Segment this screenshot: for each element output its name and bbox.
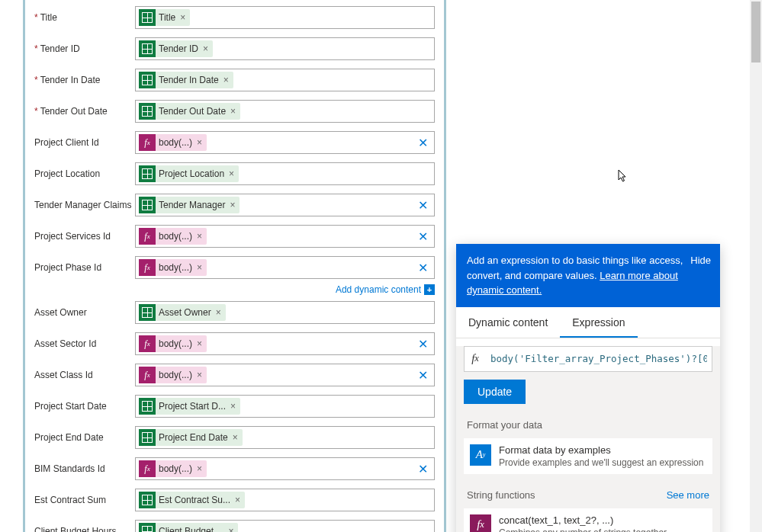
field-input[interactable]: Est Contract Su...× <box>135 489 435 511</box>
field-input[interactable]: fxbody(...)×✕ <box>135 131 435 154</box>
field-row: Est Contract SumEst Contract Su...× <box>34 489 435 511</box>
expression-token[interactable]: fxbody(...)× <box>139 134 207 151</box>
clear-field-icon[interactable]: ✕ <box>418 136 428 150</box>
mouse-cursor <box>618 169 629 186</box>
required-asterisk: * <box>34 106 38 117</box>
token-remove-icon[interactable]: × <box>180 12 185 23</box>
token-remove-icon[interactable]: × <box>228 526 233 532</box>
token-remove-icon[interactable]: × <box>197 338 202 349</box>
token-remove-icon[interactable]: × <box>203 43 208 54</box>
excel-token[interactable]: Project Start D...× <box>139 398 240 415</box>
field-row: Project Phase Idfxbody(...)×✕ <box>34 256 435 279</box>
field-input[interactable]: fxbody(...)×✕ <box>135 364 435 386</box>
field-input[interactable]: Asset Owner× <box>135 301 435 324</box>
token-remove-icon[interactable]: × <box>197 370 202 380</box>
clear-field-icon[interactable]: ✕ <box>418 229 428 244</box>
field-input[interactable]: fxbody(...)×✕ <box>135 457 435 480</box>
field-input[interactable]: Tender Out Date× <box>135 100 435 123</box>
see-more-string[interactable]: See more <box>667 489 709 501</box>
field-label: *Title <box>34 12 135 23</box>
field-input[interactable]: Project Location× <box>135 162 435 185</box>
token-remove-icon[interactable]: × <box>230 106 236 117</box>
fx-icon: fx <box>139 259 156 276</box>
token-remove-icon[interactable]: × <box>197 137 202 148</box>
field-label: *Tender In Date <box>34 75 135 85</box>
field-label: Project Phase Id <box>34 262 135 273</box>
token-remove-icon[interactable]: × <box>230 200 235 210</box>
clear-field-icon[interactable]: ✕ <box>418 261 428 275</box>
excel-token[interactable]: Tender In Date× <box>139 72 233 88</box>
field-row: *Tender IDTender ID× <box>34 37 435 60</box>
field-label: Project Location <box>34 168 135 179</box>
token-remove-icon[interactable]: × <box>230 401 236 412</box>
field-input[interactable]: Title× <box>135 6 435 29</box>
expression-token[interactable]: fxbody(...)× <box>139 367 207 383</box>
format-by-examples-item[interactable]: Ay Format data by examples Provide examp… <box>464 438 712 474</box>
plus-icon: + <box>424 284 435 295</box>
field-input[interactable]: Tender ID× <box>135 37 435 60</box>
field-label: *Tender Out Date <box>34 106 135 117</box>
form-panel: *TitleTitle×*Tender IDTender ID×*Tender … <box>23 0 446 532</box>
token-remove-icon[interactable]: × <box>235 495 240 505</box>
field-input[interactable]: Tender In Date× <box>135 69 435 91</box>
update-button[interactable]: Update <box>464 380 526 404</box>
excel-icon <box>139 304 156 321</box>
hide-button[interactable]: Hide <box>690 253 711 268</box>
excel-token[interactable]: Title× <box>139 9 190 26</box>
fx-icon: fx <box>465 352 486 365</box>
field-label: Asset Sector Id <box>34 338 135 349</box>
field-row: Project Client Idfxbody(...)×✕ <box>34 131 435 154</box>
expression-token[interactable]: fxbody(...)× <box>139 228 207 245</box>
expression-token[interactable]: fxbody(...)× <box>139 460 207 477</box>
excel-icon <box>139 40 156 57</box>
excel-token[interactable]: Tender Manager× <box>139 197 240 213</box>
add-dynamic-content-link[interactable]: Add dynamic content+ <box>135 284 435 295</box>
token-remove-icon[interactable]: × <box>197 262 202 273</box>
token-remove-icon[interactable]: × <box>229 168 234 179</box>
field-input[interactable]: fxbody(...)×✕ <box>135 332 435 355</box>
field-row: Project LocationProject Location× <box>34 162 435 185</box>
field-row: Project Services Idfxbody(...)×✕ <box>34 225 435 248</box>
excel-token[interactable]: Project Location× <box>139 165 239 182</box>
token-remove-icon[interactable]: × <box>233 432 238 443</box>
concat-function-item[interactable]: fx concat(text_1, text_2?, ...) Combines… <box>464 508 712 533</box>
excel-token[interactable]: Project End Date× <box>139 429 243 446</box>
excel-token[interactable]: Tender ID× <box>139 40 213 57</box>
field-input[interactable]: Project Start D...× <box>135 395 435 418</box>
clear-field-icon[interactable]: ✕ <box>418 198 428 213</box>
excel-token[interactable]: Tender Out Date× <box>139 103 240 120</box>
token-remove-icon[interactable]: × <box>223 75 229 85</box>
field-row: *Tender In DateTender In Date× <box>34 69 435 91</box>
field-label: Est Contract Sum <box>34 495 135 505</box>
field-input[interactable]: Project End Date× <box>135 426 435 449</box>
scrollbar-thumb[interactable] <box>751 2 760 62</box>
clear-field-icon[interactable]: ✕ <box>418 337 428 351</box>
window-scrollbar[interactable] <box>750 0 762 532</box>
excel-token[interactable]: Asset Owner× <box>139 304 226 321</box>
clear-field-icon[interactable]: ✕ <box>418 368 428 383</box>
expression-token[interactable]: fxbody(...)× <box>139 335 207 352</box>
tab-dynamic-content[interactable]: Dynamic content <box>456 307 560 338</box>
required-asterisk: * <box>34 43 38 54</box>
field-input[interactable]: fxbody(...)×✕ <box>135 256 435 279</box>
panel-body: fx Update Format your data Ay Format dat… <box>456 346 720 533</box>
excel-icon <box>139 72 156 88</box>
field-row: Asset Class Idfxbody(...)×✕ <box>34 364 435 386</box>
excel-token[interactable]: Client Budget ...× <box>139 523 238 532</box>
excel-icon <box>139 398 156 415</box>
token-remove-icon[interactable]: × <box>197 231 202 242</box>
token-remove-icon[interactable]: × <box>197 463 202 474</box>
field-input[interactable]: fxbody(...)×✕ <box>135 225 435 248</box>
expression-input[interactable] <box>486 353 712 364</box>
tab-expression[interactable]: Expression <box>560 307 637 338</box>
excel-token[interactable]: Est Contract Su...× <box>139 492 245 508</box>
excel-icon <box>139 197 156 213</box>
field-label: Project End Date <box>34 432 135 443</box>
expression-token[interactable]: fxbody(...)× <box>139 259 207 276</box>
field-label: Project Services Id <box>34 231 135 242</box>
token-remove-icon[interactable]: × <box>216 307 221 318</box>
field-input[interactable]: Tender Manager×✕ <box>135 194 435 216</box>
field-row: Asset OwnerAsset Owner× <box>34 301 435 324</box>
clear-field-icon[interactable]: ✕ <box>418 462 428 476</box>
field-input[interactable]: Client Budget ...× <box>135 520 435 532</box>
